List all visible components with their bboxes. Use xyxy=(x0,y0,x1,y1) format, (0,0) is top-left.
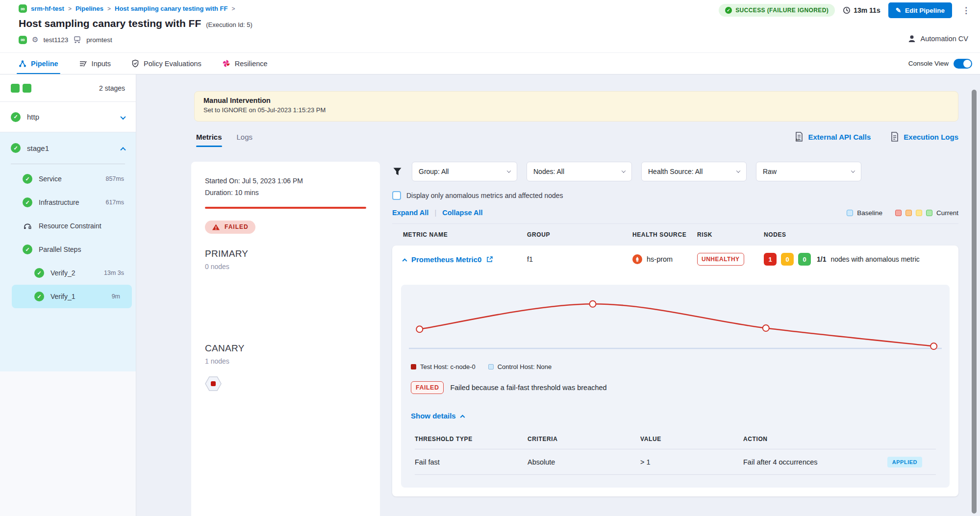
tab-logs[interactable]: Logs xyxy=(237,133,253,147)
anomalous-filter-checkbox[interactable] xyxy=(392,191,401,200)
execution-logs-icon xyxy=(890,131,899,142)
sidebar-step-resource-constraint[interactable]: Resource Constraint xyxy=(0,214,136,238)
anomalous-node-ratio: 1/1 xyxy=(817,255,826,263)
breadcrumb-separator: > xyxy=(68,5,72,12)
control-host-legend-swatch xyxy=(488,364,494,369)
chevron-down-icon[interactable] xyxy=(121,113,125,122)
user-avatar-icon xyxy=(907,34,916,43)
external-api-calls-link[interactable]: API External API Calls xyxy=(794,131,871,142)
service-env-row: ∞ ⚙ test1123 promtest xyxy=(19,35,112,44)
threshold-type: Fail fast xyxy=(415,458,528,466)
show-details-toggle[interactable]: Show details xyxy=(401,400,950,422)
group-filter-select[interactable]: Group: All xyxy=(412,162,517,181)
manual-intervention-banner: Manual Intervention Set to IGNORE on 05-… xyxy=(194,91,958,122)
health-source-filter-select[interactable]: Health Source: All xyxy=(641,162,747,181)
console-view-toggle[interactable] xyxy=(954,59,972,69)
sidebar-step-service[interactable]: ✓ Service 857ms xyxy=(0,167,136,191)
step-success-icon: ✓ xyxy=(34,292,44,301)
stage-success-icon: ✓ xyxy=(11,112,21,122)
service-name[interactable]: test1123 xyxy=(43,36,68,44)
step-success-icon: ✓ xyxy=(23,174,32,184)
stage-count: 2 stages xyxy=(99,84,125,92)
shield-check-icon xyxy=(131,59,139,68)
failure-reason-text: Failed because a fail-fast threshold was… xyxy=(450,384,606,392)
risk-badge: UNHEALTHY xyxy=(697,253,744,266)
metrics-section: Group: All Nodes: All Health Source: All… xyxy=(388,162,958,496)
metric-row[interactable]: Prometheus Metric0 f1 hs-prom UNHEALTHY xyxy=(392,246,958,273)
control-host-legend-label: Control Host: None xyxy=(498,363,552,370)
verification-failed-badge: FAILED xyxy=(205,221,255,234)
execution-logs-link[interactable]: Execution Logs xyxy=(890,131,958,142)
node-count-chip-orange: 0 xyxy=(781,253,794,266)
chevron-up-icon[interactable] xyxy=(121,144,125,152)
step-details-content: Manual Intervention Set to IGNORE on 05-… xyxy=(136,74,980,516)
sidebar-step-infrastructure[interactable]: ✓ Infrastructure 617ms xyxy=(0,191,136,214)
anomalous-node-text: nodes with anomalous metric xyxy=(830,255,919,263)
environment-name[interactable]: promtest xyxy=(86,36,112,44)
status-badge: ✓ SUCCESS (FAILURE IGNORED) xyxy=(719,4,835,17)
filter-icon[interactable] xyxy=(392,167,402,176)
gear-icon: ⚙ xyxy=(32,35,38,44)
threshold-action: Fail after 4 occurrences xyxy=(743,458,818,466)
main-tabbar: Pipeline Inputs Policy Evaluations Resil… xyxy=(0,52,980,74)
canary-node-count: 1 nodes xyxy=(205,357,366,365)
external-api-calls-icon: API xyxy=(794,131,804,142)
threshold-criteria: Absolute xyxy=(528,458,640,466)
metric-name-link[interactable]: Prometheus Metric0 xyxy=(411,255,481,264)
tab-inputs[interactable]: Inputs xyxy=(79,53,111,74)
expand-all-link[interactable]: Expand All xyxy=(392,209,428,217)
filters-row: Group: All Nodes: All Health Source: All… xyxy=(392,162,958,181)
breadcrumb-project[interactable]: srm-hf-test xyxy=(31,5,64,12)
metric-group: f1 xyxy=(527,255,632,263)
canary-block: CANARY 1 nodes xyxy=(205,343,366,392)
breadcrumb-separator: > xyxy=(231,5,235,12)
sidebar-stage-stage1-section: ✓ stage1 ✓ Service 857ms ✓ Infrastructur… xyxy=(0,132,136,371)
canary-node-icon[interactable] xyxy=(205,376,222,392)
breadcrumb-pipelines[interactable]: Pipelines xyxy=(75,5,103,12)
chevron-down-icon xyxy=(736,169,740,172)
canary-label: CANARY xyxy=(205,343,366,354)
console-view-control: Console View xyxy=(908,53,972,74)
step-success-icon: ✓ xyxy=(23,197,32,207)
step-list: ✓ Service 857ms ✓ Infrastructure 617ms R… xyxy=(0,164,136,308)
stage-success-square xyxy=(11,84,20,93)
baseline-legend-swatch xyxy=(847,210,853,216)
tab-pipeline[interactable]: Pipeline xyxy=(19,53,58,74)
harness-cd-icon: ∞ xyxy=(19,36,27,44)
sidebar-step-verify-2[interactable]: ✓ Verify_2 13m 3s xyxy=(0,261,136,285)
sidebar-step-parallel-steps[interactable]: ✓ Parallel Steps xyxy=(0,238,136,261)
tab-metrics[interactable]: Metrics xyxy=(196,133,222,147)
edit-pipeline-button[interactable]: ✎ Edit Pipeline xyxy=(888,2,952,18)
breadcrumb: ∞ srm-hf-test > Pipelines > Host samplin… xyxy=(19,4,235,13)
step-success-icon: ✓ xyxy=(34,268,44,278)
primary-label: PRIMARY xyxy=(205,248,366,259)
chevron-down-icon xyxy=(507,169,511,172)
sidebar-empty-area xyxy=(0,371,136,516)
stage-success-square xyxy=(23,84,31,93)
metric-chart[interactable] xyxy=(401,285,950,362)
page-scrollbar[interactable] xyxy=(972,90,977,514)
sidebar-step-verify-1[interactable]: ✓ Verify_1 9m xyxy=(12,285,132,308)
stages-summary: 2 stages xyxy=(0,74,136,102)
nodes-filter-select[interactable]: Nodes: All xyxy=(527,162,632,181)
external-link-icon[interactable] xyxy=(486,256,493,263)
breadcrumb-pipeline-name[interactable]: Host sampling canary testing with FF xyxy=(115,5,227,12)
test-host-legend-label: Test Host: c-node-0 xyxy=(420,363,476,370)
tab-resilience[interactable]: Resilience xyxy=(222,53,268,74)
detail-tabs-row: Metrics Logs API External API Calls Exec… xyxy=(196,125,958,147)
execution-id: (Execution Id: 5) xyxy=(206,21,252,28)
banner-subtitle: Set to IGNORE on 05-Jul-2023 1:15:23 PM xyxy=(203,106,949,114)
metric-row-card: Prometheus Metric0 f1 hs-prom UNHEALTHY xyxy=(392,246,958,496)
resilience-icon xyxy=(222,59,230,68)
tab-policy-evaluations[interactable]: Policy Evaluations xyxy=(131,53,201,74)
sidebar-stage-stage1[interactable]: ✓ stage1 xyxy=(0,132,136,164)
collapse-all-link[interactable]: Collapse All xyxy=(442,209,482,217)
failure-reason-row: FAILED Failed because a fail-fast thresh… xyxy=(401,375,950,400)
chevron-up-icon xyxy=(460,415,465,419)
more-options-icon[interactable]: ⋮ xyxy=(960,5,972,16)
view-mode-select[interactable]: Raw xyxy=(756,162,861,181)
anomalous-filter-label: Display only anomalous metrics and affec… xyxy=(406,192,563,199)
chevron-down-icon xyxy=(851,169,855,172)
sidebar-stage-http[interactable]: ✓ http xyxy=(0,102,136,132)
collapse-row-chevron-icon[interactable] xyxy=(402,258,407,263)
